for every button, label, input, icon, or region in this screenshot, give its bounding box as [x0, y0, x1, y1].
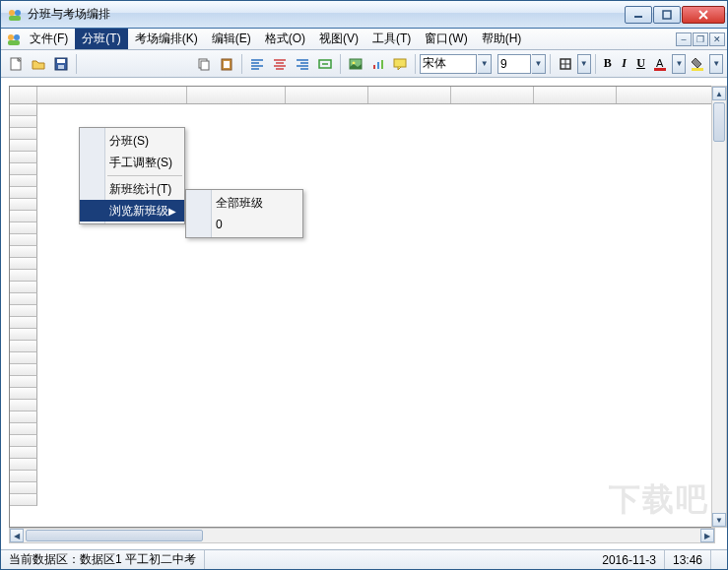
- menu-divide[interactable]: 分班(T): [75, 29, 127, 49]
- comment-button[interactable]: [390, 53, 412, 75]
- font-color-dropdown-arrow[interactable]: ▼: [672, 54, 686, 74]
- scroll-up-button[interactable]: ▲: [712, 87, 726, 100]
- row-header[interactable]: [10, 494, 37, 506]
- chart-button[interactable]: [367, 53, 389, 75]
- menu-item-new-class-stats[interactable]: 新班统计(T): [80, 178, 184, 200]
- mdi-close-button[interactable]: ✕: [709, 32, 725, 46]
- toolbar-separator: [340, 54, 341, 74]
- row-header[interactable]: [10, 400, 37, 412]
- menu-window[interactable]: 窗口(W): [418, 29, 474, 49]
- row-header[interactable]: [10, 376, 37, 388]
- row-header[interactable]: [10, 163, 37, 175]
- maximize-button[interactable]: [653, 6, 681, 24]
- row-header[interactable]: [10, 459, 37, 471]
- font-combo-arrow[interactable]: ▼: [478, 54, 492, 74]
- row-header[interactable]: [10, 211, 37, 222]
- border-dropdown-arrow[interactable]: ▼: [577, 54, 591, 74]
- size-combo[interactable]: 9: [497, 54, 531, 74]
- row-header[interactable]: [10, 329, 37, 341]
- font-color-button[interactable]: A: [649, 53, 671, 75]
- submenu-item-all-classes[interactable]: 全部班级: [186, 192, 302, 214]
- menu-view[interactable]: 视图(V): [312, 29, 365, 49]
- row-header[interactable]: [10, 199, 37, 211]
- row-header[interactable]: [10, 116, 37, 128]
- horizontal-scroll-thumb[interactable]: [26, 530, 203, 541]
- column-header[interactable]: [534, 87, 617, 103]
- border-button[interactable]: [555, 53, 576, 75]
- close-button[interactable]: [682, 6, 725, 24]
- row-header[interactable]: [10, 128, 37, 140]
- copy-button[interactable]: [193, 53, 215, 75]
- image-button[interactable]: [345, 53, 366, 75]
- row-header[interactable]: [10, 246, 37, 258]
- row-header[interactable]: [10, 482, 37, 494]
- font-combo[interactable]: 宋体: [420, 54, 477, 74]
- merge-button[interactable]: [314, 53, 336, 75]
- scroll-left-button[interactable]: ◀: [10, 529, 24, 542]
- grid-corner[interactable]: [10, 87, 37, 103]
- column-header[interactable]: [617, 87, 714, 103]
- row-header[interactable]: [10, 234, 37, 246]
- row-header[interactable]: [10, 140, 37, 152]
- row-header[interactable]: [10, 258, 37, 270]
- column-header[interactable]: [37, 87, 187, 103]
- submenu-item-zero[interactable]: 0: [186, 214, 302, 235]
- row-header[interactable]: [10, 364, 37, 376]
- mdi-restore-button[interactable]: ❐: [693, 32, 708, 46]
- row-header[interactable]: [10, 341, 37, 352]
- row-header[interactable]: [10, 412, 37, 423]
- menu-item-manual-adjust[interactable]: 手工调整(S): [80, 152, 184, 173]
- svg-rect-20: [377, 62, 379, 69]
- align-left-button[interactable]: [246, 53, 268, 75]
- paste-button[interactable]: [216, 53, 237, 75]
- column-header[interactable]: [187, 87, 286, 103]
- menu-item-divide[interactable]: 分班(S): [80, 130, 184, 152]
- column-header[interactable]: [451, 87, 534, 103]
- column-header[interactable]: [368, 87, 451, 103]
- column-header[interactable]: [286, 87, 368, 103]
- fill-color-button[interactable]: [687, 53, 708, 75]
- underline-button[interactable]: U: [633, 53, 649, 75]
- align-center-button[interactable]: [269, 53, 291, 75]
- scroll-right-button[interactable]: ▶: [700, 529, 714, 542]
- row-header[interactable]: [10, 471, 37, 482]
- vertical-scroll-thumb[interactable]: [713, 102, 725, 142]
- row-header[interactable]: [10, 305, 37, 317]
- menu-format[interactable]: 格式(O): [258, 29, 312, 49]
- row-header[interactable]: [10, 293, 37, 305]
- row-header[interactable]: [10, 222, 37, 234]
- row-header[interactable]: [10, 282, 37, 293]
- svg-rect-3: [634, 16, 642, 18]
- row-header[interactable]: [10, 352, 37, 364]
- row-header[interactable]: [10, 104, 37, 116]
- row-header[interactable]: [10, 270, 37, 282]
- minimize-button[interactable]: [625, 6, 652, 24]
- new-button[interactable]: [5, 53, 27, 75]
- save-button[interactable]: [50, 53, 72, 75]
- fill-color-dropdown-arrow[interactable]: ▼: [709, 54, 723, 74]
- menu-file[interactable]: 文件(F): [23, 29, 75, 49]
- menu-exam[interactable]: 考场编排(K): [128, 29, 205, 49]
- app-icon: [7, 7, 23, 23]
- row-header[interactable]: [10, 435, 37, 447]
- bold-button[interactable]: B: [600, 53, 616, 75]
- mdi-minimize-button[interactable]: –: [676, 32, 692, 46]
- row-header[interactable]: [10, 388, 37, 400]
- row-header[interactable]: [10, 317, 37, 329]
- menu-tools[interactable]: 工具(T): [365, 29, 418, 49]
- vertical-scrollbar[interactable]: ▲ ▼: [711, 86, 727, 528]
- row-header[interactable]: [10, 187, 37, 199]
- scroll-down-button[interactable]: ▼: [712, 513, 726, 527]
- horizontal-scrollbar[interactable]: ◀ ▶: [9, 528, 715, 543]
- italic-button[interactable]: I: [617, 53, 632, 75]
- row-header[interactable]: [10, 423, 37, 435]
- menu-help[interactable]: 帮助(H): [475, 29, 529, 49]
- size-combo-arrow[interactable]: ▼: [532, 54, 546, 74]
- row-header[interactable]: [10, 447, 37, 459]
- align-right-button[interactable]: [292, 53, 313, 75]
- row-header[interactable]: [10, 152, 37, 163]
- open-button[interactable]: [28, 53, 49, 75]
- menu-item-browse-new-class[interactable]: 浏览新班级 ▶: [80, 200, 184, 222]
- menu-edit[interactable]: 编辑(E): [205, 29, 258, 49]
- row-header[interactable]: [10, 175, 37, 187]
